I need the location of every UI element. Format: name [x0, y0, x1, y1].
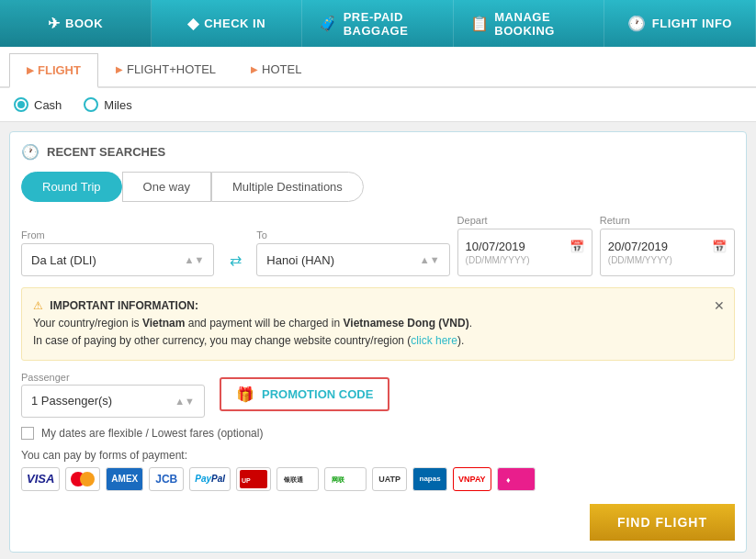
- tab-hotel-label: HOTEL: [262, 62, 301, 76]
- svg-text:网联: 网联: [332, 475, 345, 483]
- to-value: Hanoi (HAN): [266, 253, 334, 267]
- tab-flight-label: FLIGHT: [38, 63, 81, 77]
- from-input[interactable]: Da Lat (DLI) ▲▼: [21, 243, 214, 276]
- from-label: From: [21, 229, 214, 240]
- jcb-icon: JCB: [149, 467, 184, 491]
- return-label: Return: [600, 215, 735, 226]
- miles-label: Miles: [104, 98, 131, 112]
- plane-icon: ✈: [48, 15, 61, 32]
- pink-card-icon: ♦: [497, 467, 536, 491]
- info-banner: ⚠ IMPORTANT INFORMATION: Your country/re…: [21, 287, 735, 361]
- depart-format: (DD/MM/YYYY): [466, 255, 584, 265]
- nav-flightinfo-label: FLIGHT INFO: [652, 17, 732, 30]
- recent-searches-header: 🕐 RECENT SEARCHES: [21, 143, 735, 161]
- info-header: IMPORTANT INFORMATION:: [50, 299, 198, 312]
- passenger-input[interactable]: 1 Passenger(s) ▲▼: [21, 385, 205, 418]
- return-field-group: Return 20/07/2019 📅 (DD/MM/YYYY): [600, 215, 735, 276]
- cash-radio[interactable]: [14, 97, 28, 112]
- round-trip-button[interactable]: Round Trip: [21, 172, 122, 202]
- amex-icon: AMEX: [106, 467, 143, 491]
- checkin-icon: ◆: [187, 15, 199, 32]
- nav-manage[interactable]: 📋 MANAGE BOOKING: [454, 0, 605, 47]
- nav-manage-label: MANAGE BOOKING: [494, 10, 587, 38]
- from-value: Da Lat (DLI): [31, 253, 96, 267]
- tab-hotel-arrow: ▶: [251, 64, 258, 74]
- search-fields: From Da Lat (DLI) ▲▼ ⇄ To Hanoi (HAN) ▲▼…: [21, 215, 735, 276]
- depart-label: Depart: [457, 215, 592, 226]
- tab-flight-arrow: ▶: [27, 65, 34, 75]
- depart-input[interactable]: 10/07/2019 📅 (DD/MM/YYYY): [457, 229, 592, 276]
- depart-field-group: Depart 10/07/2019 📅 (DD/MM/YYYY): [457, 215, 592, 276]
- clock-nav-icon: 🕐: [627, 15, 647, 32]
- nav-checkin-label: CHECK IN: [204, 17, 265, 30]
- promotion-code-button[interactable]: 🎁 PROMOTION CODE: [220, 377, 389, 411]
- info-prefix: Your country/region is: [33, 317, 142, 330]
- from-arrows-icon: ▲▼: [185, 254, 205, 265]
- promotion-code-label: PROMOTION CODE: [262, 387, 373, 401]
- nav-flightinfo[interactable]: 🕐 FLIGHT INFO: [604, 0, 756, 47]
- passenger-value: 1 Passenger(s): [31, 394, 112, 408]
- svg-text:♦: ♦: [506, 475, 511, 485]
- recent-searches-label: RECENT SEARCHES: [47, 145, 165, 159]
- warning-icon: ⚠: [33, 299, 43, 312]
- info-mid: and payment will be charged in: [185, 317, 343, 330]
- search-box: 🕐 RECENT SEARCHES Round Trip One way Mul…: [9, 131, 747, 553]
- tab-flight[interactable]: ▶ FLIGHT: [9, 53, 98, 88]
- return-value: 20/07/2019: [608, 240, 668, 253]
- info-line2: Your country/region is Vietnam and payme…: [33, 317, 472, 330]
- tabs-row: ▶ FLIGHT ▶ FLIGHT+HOTEL ▶ HOTEL: [0, 47, 756, 88]
- nav-book[interactable]: ✈ BOOK: [0, 0, 152, 47]
- depart-value: 10/07/2019: [466, 240, 525, 253]
- swap-button[interactable]: ⇄: [221, 243, 249, 276]
- passenger-promo-row: Passenger 1 Passenger(s) ▲▼ 🎁 PROMOTION …: [21, 372, 735, 418]
- info-line3: In case of paying by other currency, you…: [33, 334, 464, 347]
- multi-dest-button[interactable]: Multiple Destinations: [211, 172, 364, 202]
- nav-baggage[interactable]: 🧳 PRE-PAID BAGGAGE: [302, 0, 454, 47]
- return-calendar-icon: 📅: [712, 240, 727, 253]
- svg-rect-3: [254, 470, 267, 488]
- napas-icon: napas: [412, 467, 447, 491]
- find-flight-button[interactable]: FIND FLIGHT: [590, 504, 735, 541]
- info-currency: Vietnamese Dong (VND): [344, 317, 469, 330]
- find-flight-row: FIND FLIGHT: [21, 504, 735, 541]
- baggage-icon: 🧳: [319, 15, 338, 32]
- to-label: To: [256, 229, 449, 240]
- click-here-link[interactable]: click here: [411, 334, 457, 347]
- unionpay-icon: UP: [236, 467, 271, 491]
- payment-methods-label: You can pay by forms of payment:: [21, 449, 735, 462]
- nav-book-label: BOOK: [65, 17, 103, 30]
- tab-hotel[interactable]: ▶ HOTEL: [233, 51, 319, 86]
- flexible-label: My dates are flexible / Lowest fares (op…: [41, 427, 263, 440]
- cash-option[interactable]: Cash: [14, 97, 62, 112]
- manage-icon: 📋: [470, 15, 490, 32]
- miles-option[interactable]: Miles: [84, 97, 131, 112]
- visa-icon: VISA: [21, 467, 60, 491]
- vnpay-icon: VNPAY: [453, 467, 491, 491]
- miles-radio[interactable]: [84, 97, 98, 112]
- one-way-button[interactable]: One way: [122, 172, 211, 202]
- passenger-arrows-icon: ▲▼: [175, 396, 195, 407]
- cash-label: Cash: [34, 98, 62, 112]
- info-country: Vietnam: [142, 317, 185, 330]
- close-banner-button[interactable]: ✕: [714, 296, 725, 316]
- return-format: (DD/MM/YYYY): [608, 255, 727, 265]
- to-input[interactable]: Hanoi (HAN) ▲▼: [256, 243, 449, 276]
- depart-calendar-icon: 📅: [570, 240, 584, 253]
- paypal-icon: PayPal: [189, 467, 231, 491]
- from-field-group: From Da Lat (DLI) ▲▼: [21, 229, 214, 276]
- tab-flighthotel[interactable]: ▶ FLIGHT+HOTEL: [98, 51, 233, 86]
- flexible-row: My dates are flexible / Lowest fares (op…: [21, 427, 735, 440]
- info-line3-end: ).: [457, 334, 464, 347]
- recent-clock-icon: 🕐: [21, 143, 39, 161]
- tab-flighthotel-arrow: ▶: [116, 64, 123, 74]
- return-input[interactable]: 20/07/2019 📅 (DD/MM/YYYY): [600, 229, 735, 276]
- trip-type-row: Round Trip One way Multiple Destinations: [21, 172, 735, 202]
- tab-flighthotel-label: FLIGHT+HOTEL: [127, 62, 216, 76]
- uatp-icon: UATP: [372, 467, 407, 491]
- flexible-checkbox[interactable]: [21, 427, 34, 440]
- payment-icons-row: VISA AMEX JCB PayPal UP 银联通 网联 UATP napa…: [21, 467, 735, 491]
- passenger-label: Passenger: [21, 372, 205, 383]
- nav-checkin[interactable]: ◆ CHECK IN: [152, 0, 303, 47]
- chinese1-icon: 银联通: [276, 467, 319, 491]
- to-field-group: To Hanoi (HAN) ▲▼: [256, 229, 449, 276]
